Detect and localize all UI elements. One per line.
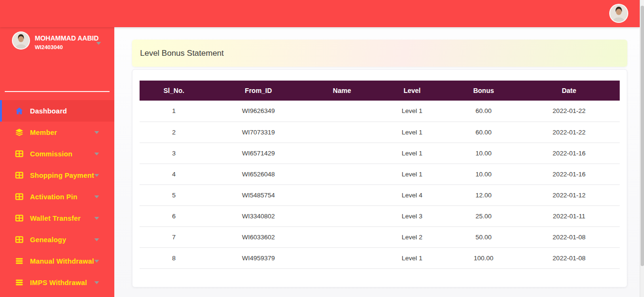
sidebar-item-label: Member [30,129,57,136]
table-row: 4WI6526048Level 110.002022-01-16 [140,164,620,184]
caret-down-icon [94,260,99,263]
sidebar-divider [5,91,110,92]
table-cell: 1 [140,101,208,122]
table-header-row: Sl_No.From_IDNameLevelBonusDate [140,81,620,101]
table-cell: 60.00 [449,122,518,143]
sidebar-item-label: Wallet Transfer [30,215,80,222]
table-row: 3WI6571429Level 110.002022-01-16 [140,143,620,164]
table-icon [14,171,24,180]
table-cell: 2022-01-22 [518,101,620,122]
table-cell: Level 1 [375,164,449,184]
table-card: Sl_No.From_IDNameLevelBonusDate 1WI96263… [132,69,627,287]
layers-icon [14,128,24,137]
table-cell: 12.00 [449,184,518,205]
sidebar-item-member[interactable]: Member [0,122,114,143]
table-cell: 8 [140,247,208,268]
caret-down-icon [96,42,101,45]
column-header: Name [309,81,375,101]
table-cell [309,122,375,143]
table-cell [309,184,375,205]
caret-down-icon [94,174,99,177]
table-cell [309,226,375,247]
top-bar [0,0,640,27]
table-cell: 60.00 [449,101,518,122]
bars-icon [14,278,24,287]
sidebar-item-dashboard[interactable]: Dashboard [0,100,114,122]
sidebar-item-label: Activation Pin [30,193,77,201]
table-cell: 7 [140,226,208,247]
table-cell: Level 2 [375,226,449,247]
table-cell: 2022-01-12 [518,184,620,205]
table-cell [309,205,375,226]
sidebar-item-shopping-payment[interactable]: Shopping Payment [0,164,114,186]
table-cell: WI4959379 [208,247,309,268]
table-cell: 2022-01-11 [518,205,620,226]
sidebar-item-activation-pin[interactable]: Activation Pin [0,186,114,207]
table-cell [309,164,375,184]
table-cell: WI7073319 [208,122,309,143]
table-cell: 10.00 [449,164,518,184]
caret-down-icon [94,217,99,220]
table-cell: WI9626349 [208,101,309,122]
table-cell: Level 1 [375,122,449,143]
sidebar-item-support[interactable]: Support [0,293,114,297]
column-header: Date [518,81,620,101]
table-cell: 4 [140,164,208,184]
sidebar-item-commission[interactable]: Commission [0,143,114,164]
table-icon [14,214,24,223]
table-cell: Level 3 [375,205,449,226]
sidebar-item-imps-withdrawal[interactable]: IMPS Withdrawal [0,272,114,293]
column-header: Bonus [449,81,518,101]
table-row: 5WI5485754Level 412.002022-01-12 [140,184,620,205]
table-cell [309,143,375,164]
home-icon [14,106,24,116]
sidebar: MOHAMMAD AABID WI2403040 Dashboard Membe… [0,27,114,297]
main-content: Level Bonus Statement Sl_No.From_IDNameL… [114,27,640,297]
sidebar-item-label: Genealogy [30,236,66,244]
column-header: Sl_No. [140,81,208,101]
table-cell: 2022-01-16 [518,143,620,164]
table-row: 8WI4959379Level 1100.002022-01-08 [140,247,620,268]
scrollbar-thumb[interactable] [641,6,644,266]
sidebar-item-wallet-transfer[interactable]: Wallet Transfer [0,207,114,229]
table-cell: WI6033602 [208,226,309,247]
table-cell [309,101,375,122]
sidebar-user-panel[interactable]: MOHAMMAD AABID WI2403040 [0,27,114,59]
table-cell: WI6526048 [208,164,309,184]
page-scrollbar[interactable] [640,0,644,297]
sidebar-item-genealogy[interactable]: Genealogy [0,229,114,250]
caret-down-icon [94,281,99,284]
table-cell: 5 [140,184,208,205]
caret-down-icon [94,238,99,241]
sidebar-item-label: Manual Withdrawal [30,257,94,265]
table-cell [309,247,375,268]
caret-down-icon [94,195,99,198]
table-row: 2WI7073319Level 160.002022-01-22 [140,122,620,143]
table-cell: WI6571429 [208,143,309,164]
page-title: Level Bonus Statement [140,49,224,58]
table-icon [14,149,24,159]
table-cell: Level 4 [375,184,449,205]
table-cell: 25.00 [449,205,518,226]
level-bonus-table: Sl_No.From_IDNameLevelBonusDate 1WI96263… [140,81,620,269]
table-cell: 2022-01-08 [518,226,620,247]
table-cell: 2 [140,122,208,143]
sidebar-item-manual-withdrawal[interactable]: Manual Withdrawal [0,250,114,272]
table-cell: 10.00 [449,143,518,164]
sidebar-user-id: WI2403040 [35,44,63,50]
caret-down-icon [94,153,99,155]
sidebar-user-avatar [12,31,30,50]
table-body: 1WI9626349Level 160.002022-01-222WI70733… [140,101,620,268]
table-row: 1WI9626349Level 160.002022-01-22 [140,101,620,122]
table-cell: 50.00 [449,226,518,247]
column-header: Level [375,81,449,101]
user-avatar[interactable] [609,4,628,23]
table-cell: 6 [140,205,208,226]
table-icon [14,192,24,202]
table-cell: 3 [140,143,208,164]
sidebar-menu: Dashboard Member Commission Shopping Pay… [0,100,114,297]
sidebar-user-name: MOHAMMAD AABID [35,34,99,42]
sidebar-item-label: Shopping Payment [30,172,94,179]
table-row: 7WI6033602Level 250.002022-01-08 [140,226,620,247]
bars-icon [14,256,24,266]
